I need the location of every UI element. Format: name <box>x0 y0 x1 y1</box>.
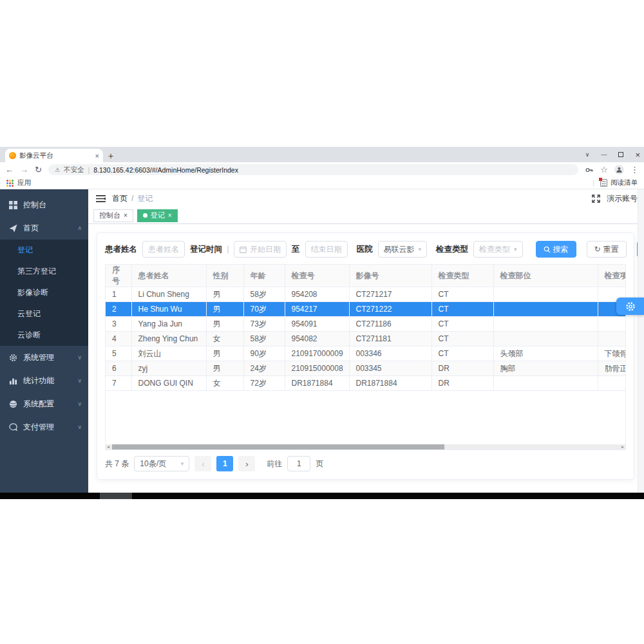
sidebar-item-console[interactable]: 控制台 <box>0 193 88 216</box>
table-cell: 胸部 <box>493 361 598 376</box>
hospital-select[interactable]: 易联云影 ▾ <box>378 241 428 258</box>
pagination-bar: 共 7 条 10条/页 ▾ ‹ 1 › 前往 1 页 <box>105 456 626 471</box>
window-close-button[interactable]: × <box>635 150 640 160</box>
table-cell: 24岁 <box>243 361 285 376</box>
app-root: 控制台 首页 ∧ 登记 第三方登记 影像诊断 云登记 云诊断 系统管理 <box>0 189 644 493</box>
table-cell <box>598 376 626 391</box>
table-row[interactable]: 3Yang Jia Jun男73岁954091CT271186CT <box>106 317 626 332</box>
search-button[interactable]: 搜索 <box>536 241 576 258</box>
sidebar-item-label: 统计功能 <box>23 375 54 386</box>
table-row[interactable]: 7DONG GUI QIN女72岁DR1871884DR1871884DR <box>106 376 626 391</box>
menu-fold-icon[interactable] <box>96 194 106 203</box>
chevron-up-icon: ∧ <box>77 225 82 231</box>
table-row[interactable]: 6zyj男24岁210915000008003345DR胸部肋骨正斜位 <box>106 361 626 376</box>
patient-table: 序号患者姓名性别年龄检查号影像号检查类型检查部位检查项目1Li Chun She… <box>106 265 626 391</box>
scrollbar-thumb[interactable] <box>112 444 444 450</box>
table-cell: DR <box>431 361 493 376</box>
current-page-button[interactable]: 1 <box>216 456 233 471</box>
apps-label[interactable]: 应用 <box>17 178 31 187</box>
sidebar-item-thirdparty-register[interactable]: 第三方登记 <box>0 261 88 282</box>
table-cell: 4 <box>106 332 131 346</box>
register-time-checkbox[interactable] <box>227 245 229 254</box>
exam-type-label: 检查类型 <box>436 244 468 255</box>
scroll-left-icon[interactable]: ◂ <box>106 444 111 450</box>
sidebar: 控制台 首页 ∧ 登记 第三方登记 影像诊断 云登记 云诊断 系统管理 <box>0 189 88 493</box>
profile-avatar[interactable] <box>614 165 624 175</box>
table-cell: 90岁 <box>243 346 285 361</box>
reading-list-label[interactable]: 阅读清单 <box>611 178 638 187</box>
end-date-input[interactable]: 结束日期 <box>305 241 348 258</box>
chat-bubble-icon <box>8 423 18 431</box>
sidebar-item-image-diagnosis[interactable]: 影像诊断 <box>0 282 88 303</box>
prev-page-button[interactable]: ‹ <box>194 456 211 471</box>
url-bar[interactable]: ⚠ 不安全 | 8.130.165.42:6603/#/AdminHome/Re… <box>48 164 578 175</box>
register-time-label: 登记时间 <box>190 244 222 255</box>
sidebar-item-cloud-diagnosis[interactable]: 云诊断 <box>0 325 88 346</box>
table-cell: CT271217 <box>349 287 431 302</box>
window-minimize-button[interactable]: — <box>601 151 607 158</box>
tag-console[interactable]: 控制台 × <box>93 209 133 222</box>
page-size-select[interactable]: 10条/页 ▾ <box>134 456 189 471</box>
patient-name-label: 患者姓名 <box>105 244 137 255</box>
breadcrumb-home[interactable]: 首页 <box>112 193 128 204</box>
settings-flyout-button[interactable] <box>616 298 644 315</box>
table-cell: 954091 <box>285 317 349 332</box>
sidebar-item-register[interactable]: 登记 <box>0 240 88 261</box>
table-cell: DR <box>431 376 493 391</box>
table-cell: 70岁 <box>243 302 285 317</box>
tab-close-icon[interactable]: × <box>95 152 99 160</box>
dropdown-caret-icon: ▾ <box>419 246 422 252</box>
table-cell: 1 <box>106 287 131 302</box>
tab-search-chevron-icon[interactable]: ∨ <box>585 151 590 158</box>
table-cell: 954217 <box>285 302 349 317</box>
account-name[interactable]: 演示账号 <box>607 193 638 204</box>
tag-close-icon[interactable]: × <box>168 212 172 219</box>
bookmarks-bar: 应用 | 阅读清单 <box>0 177 644 189</box>
table-row[interactable]: 5刘云山男90岁210917000009003346CT头颈部下颌骨,颞骨冠 <box>106 346 626 361</box>
table-cell: 男 <box>206 346 243 361</box>
goto-page-input[interactable]: 1 <box>287 456 310 471</box>
table-row[interactable]: 2He Shun Wu男70岁954217CT271222CT <box>106 302 626 317</box>
scroll-right-icon[interactable]: ▸ <box>620 444 625 450</box>
fullscreen-icon[interactable] <box>592 194 600 203</box>
horizontal-scrollbar[interactable]: ◂ ▸ <box>106 444 625 450</box>
browser-tab[interactable]: 影像云平台 × <box>5 149 103 162</box>
sidebar-item-home[interactable]: 首页 ∧ <box>0 216 88 240</box>
reload-icon[interactable]: ↻ <box>35 165 42 175</box>
browser-page-scrollbar[interactable] <box>638 189 644 493</box>
table-cell: 刘云山 <box>131 346 206 361</box>
gear-icon <box>8 354 18 362</box>
sidebar-item-statistics[interactable]: 统计功能 ∨ <box>0 369 88 392</box>
tag-close-icon[interactable]: × <box>124 212 128 219</box>
chevron-down-icon: ∨ <box>77 377 82 384</box>
forward-icon[interactable]: → <box>20 165 28 175</box>
table-cell <box>493 287 598 302</box>
tag-register[interactable]: 登记 × <box>137 209 178 222</box>
sidebar-item-payment[interactable]: 支付管理 ∨ <box>0 415 88 439</box>
new-tab-button[interactable]: + <box>103 149 118 162</box>
start-date-input[interactable]: 开始日期 <box>234 241 287 258</box>
exam-type-select[interactable]: 检查类型 ▾ <box>473 241 523 258</box>
chrome-menu-icon[interactable]: ⋮ <box>630 165 639 175</box>
site-favicon <box>9 152 16 159</box>
apps-grid-icon[interactable] <box>6 180 14 187</box>
next-page-button[interactable]: › <box>238 456 255 471</box>
table-row[interactable]: 4Zheng Ying Chun女58岁954082CT271181CT <box>106 332 626 346</box>
chevron-down-icon: ∨ <box>77 401 82 407</box>
table-cell: CT271222 <box>349 302 431 317</box>
reset-button[interactable]: ↻ 重置 <box>587 241 627 258</box>
back-icon[interactable]: ← <box>5 165 14 175</box>
password-key-icon[interactable] <box>585 166 594 175</box>
tab-title: 影像云平台 <box>19 151 92 160</box>
table-row[interactable]: 1Li Chun Sheng男58岁954208CT271217CT <box>106 287 626 302</box>
bookmark-star-icon[interactable]: ☆ <box>600 165 608 175</box>
security-label: 不安全 <box>64 166 84 175</box>
sidebar-item-cloud-register[interactable]: 云登记 <box>0 303 88 325</box>
sidebar-item-system-config[interactable]: 系统配置 ∨ <box>0 392 88 415</box>
window-maximize-button[interactable] <box>618 152 623 157</box>
reading-list-icon[interactable] <box>600 179 607 187</box>
sidebar-item-system-management[interactable]: 系统管理 ∨ <box>0 346 88 369</box>
dropdown-caret-icon: ▾ <box>181 460 184 467</box>
table-cell: CT <box>431 287 493 302</box>
patient-name-input[interactable]: 患者姓名 <box>142 241 185 258</box>
